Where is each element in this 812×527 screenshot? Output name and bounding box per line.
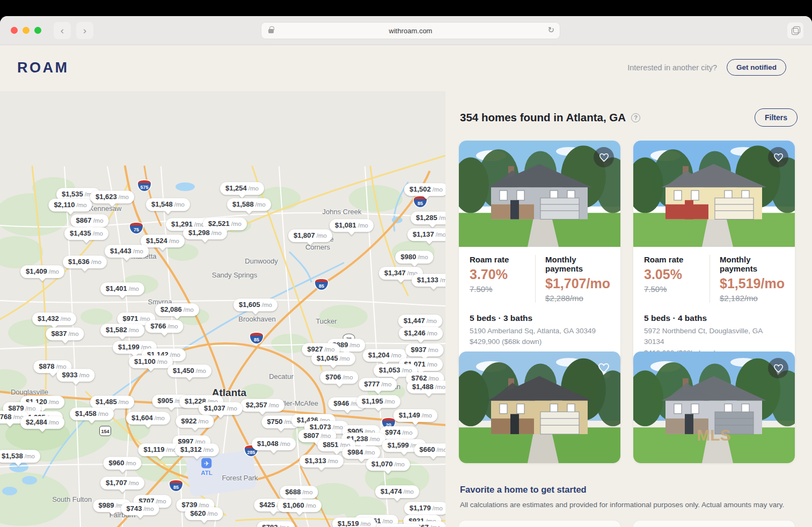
roam-rate-label: Roam rate bbox=[644, 255, 709, 264]
price-pin[interactable]: $1,458/mo bbox=[70, 407, 114, 420]
price-pin[interactable]: $1,623/mo bbox=[90, 191, 134, 203]
back-button[interactable]: ‹ bbox=[54, 22, 71, 39]
price-pin[interactable]: $2,484/mo bbox=[20, 416, 64, 429]
price-pin[interactable]: $1,447/mo bbox=[398, 314, 442, 327]
price-pin[interactable]: $1,298/mo bbox=[183, 226, 227, 239]
price-pin[interactable]: $1,313/mo bbox=[299, 455, 343, 467]
city-label: Kennesaw bbox=[89, 204, 122, 213]
price-pin[interactable]: $1,173/mo bbox=[378, 524, 422, 527]
price-pin[interactable]: $1,285/mo bbox=[411, 211, 445, 224]
price-pin[interactable]: $1,443/mo bbox=[105, 245, 149, 258]
price-pin[interactable]: $1,582/mo bbox=[100, 324, 144, 336]
price-pin[interactable]: $620/mo bbox=[185, 507, 223, 520]
price-pin[interactable]: $933/mo bbox=[56, 369, 94, 382]
url-text: withroam.com bbox=[261, 27, 560, 35]
property-card[interactable]: MLS bbox=[633, 352, 795, 463]
monthly-payments-label: Monthly payments bbox=[720, 255, 785, 273]
price-pin[interactable]: $1,045/mo bbox=[311, 352, 355, 365]
price-pin[interactable]: $1,604/mo bbox=[126, 412, 170, 424]
price-pin[interactable]: $1,519/mo bbox=[332, 517, 376, 527]
address-bar[interactable]: withroam.com ↻ bbox=[261, 23, 560, 39]
city-label: Tucker bbox=[316, 317, 336, 325]
forward-button[interactable]: › bbox=[76, 22, 93, 39]
price-pin[interactable]: $937/mo bbox=[405, 343, 443, 356]
favorite-heart-button[interactable] bbox=[594, 358, 614, 378]
cards-row-2: MLS bbox=[459, 352, 795, 463]
price-pin[interactable]: $1,707/mo bbox=[100, 477, 144, 489]
price-pin[interactable]: $2,357/mo bbox=[240, 399, 284, 412]
address: 5972 Northbend Ct, Douglasville, GA 3013… bbox=[644, 326, 784, 348]
maximize-window-button[interactable] bbox=[34, 27, 41, 34]
help-icon[interactable]: ? bbox=[631, 113, 640, 122]
price-pin[interactable]: $1,502/mo bbox=[404, 183, 445, 196]
price-pin[interactable]: $743/mo bbox=[121, 502, 159, 515]
price-pin[interactable]: $1,485/mo bbox=[90, 396, 134, 408]
price-pin[interactable]: $1,060/mo bbox=[277, 499, 321, 512]
filters-button[interactable]: Filters bbox=[755, 108, 798, 127]
price-pin[interactable]: $1,100/mo bbox=[129, 355, 173, 368]
price-pin[interactable]: $1,137/mo bbox=[407, 228, 445, 241]
price-pin[interactable]: $1,149/mo bbox=[393, 409, 437, 422]
monthly-payment-value: $1,519/mo bbox=[720, 276, 785, 291]
price-pin[interactable]: $1,133/mo bbox=[412, 274, 445, 287]
browser-chrome: ‹ › withroam.com ↻ bbox=[0, 16, 812, 45]
price-pin[interactable]: $1,409/mo bbox=[20, 265, 64, 278]
roam-logo[interactable]: ROAM bbox=[17, 60, 69, 76]
address: 5190 Amberland Sq, Atlanta, GA 30349 bbox=[470, 326, 610, 336]
price-pin[interactable]: $706/mo bbox=[320, 371, 358, 384]
tab-overview-icon[interactable] bbox=[787, 23, 803, 39]
price-pin[interactable]: $922/mo bbox=[175, 415, 214, 428]
map[interactable]: KennesawJohns CreekPeachtree CornersMari… bbox=[0, 91, 445, 527]
price-pin[interactable]: $1,037/mo bbox=[199, 402, 243, 415]
price-pin[interactable]: $660/mo bbox=[414, 443, 445, 456]
price-pin[interactable]: $1,081/mo bbox=[330, 219, 374, 232]
price-pin[interactable]: $1,048/mo bbox=[252, 437, 296, 450]
price-pin[interactable]: $1,548/mo bbox=[146, 198, 190, 211]
favorite-heart-button[interactable] bbox=[768, 147, 788, 167]
price-pin[interactable]: $1,488/mo bbox=[407, 380, 445, 393]
favorite-heart-button[interactable] bbox=[768, 358, 788, 378]
price-pin[interactable]: $1,401/mo bbox=[100, 282, 144, 295]
price-pin[interactable]: $837/mo bbox=[46, 327, 84, 340]
property-card[interactable] bbox=[459, 352, 620, 463]
price-pin[interactable]: $1,070/mo bbox=[366, 458, 410, 471]
price-pin[interactable]: $1,450/mo bbox=[167, 364, 211, 377]
price-pin[interactable]: $1,195/mo bbox=[356, 395, 400, 408]
price-pin[interactable]: $2,110/mo bbox=[48, 199, 92, 211]
price-pin[interactable]: $1,254/mo bbox=[220, 182, 264, 195]
price-pin[interactable]: $1,605/mo bbox=[233, 298, 277, 311]
city-label: Sandy Springs bbox=[212, 271, 258, 279]
property-card[interactable]: Roam rate 3.05% 7.50% Monthly payments $… bbox=[633, 141, 795, 369]
price-pin[interactable]: $782/mo bbox=[257, 521, 295, 527]
price-pin[interactable]: $1,524/mo bbox=[141, 235, 185, 247]
property-card[interactable]: Roam rate 3.70% 7.50% Monthly payments $… bbox=[459, 141, 620, 369]
close-window-button[interactable] bbox=[11, 27, 18, 34]
old-payment-value: $2,182/mo bbox=[720, 294, 785, 303]
price-pin[interactable]: $974/mo bbox=[379, 426, 418, 439]
get-notified-button[interactable]: Get notified bbox=[727, 59, 786, 76]
price-pin[interactable]: $1,474/mo bbox=[375, 485, 419, 498]
price-pin[interactable]: $1,588/mo bbox=[227, 198, 271, 211]
route-shield: 154 bbox=[99, 426, 111, 436]
price-pin[interactable]: $1,312/mo bbox=[175, 443, 219, 456]
price-pin[interactable]: $984/mo bbox=[342, 446, 380, 459]
price-pin[interactable]: $2,086/mo bbox=[155, 303, 199, 316]
favorite-heart-button[interactable] bbox=[594, 147, 614, 167]
price-pin[interactable]: $1,636/mo bbox=[63, 255, 107, 268]
price-pin[interactable]: $1,179/mo bbox=[404, 502, 445, 515]
price-pin[interactable]: $1,435/mo bbox=[64, 227, 108, 240]
minimize-window-button[interactable] bbox=[23, 27, 30, 34]
price-pin[interactable]: $960/mo bbox=[103, 457, 141, 470]
reload-icon[interactable]: ↻ bbox=[547, 25, 554, 35]
price-pin[interactable]: $1,807/mo bbox=[288, 229, 332, 242]
heart-icon bbox=[598, 363, 610, 374]
price-pin[interactable]: $1,432/mo bbox=[32, 312, 76, 325]
price-pin[interactable]: $766/mo bbox=[145, 320, 183, 333]
price-pin[interactable]: $777/mo bbox=[359, 378, 397, 391]
price-pin[interactable]: $688/mo bbox=[280, 486, 318, 499]
price-pin[interactable]: $867/mo bbox=[70, 214, 108, 227]
price-pin[interactable]: $1,538/mo bbox=[0, 450, 40, 463]
price-pin[interactable]: $1,246/mo bbox=[399, 327, 443, 340]
old-payment-value: $2,288/mo bbox=[545, 294, 610, 303]
price-pin[interactable]: $980/mo bbox=[395, 251, 433, 264]
